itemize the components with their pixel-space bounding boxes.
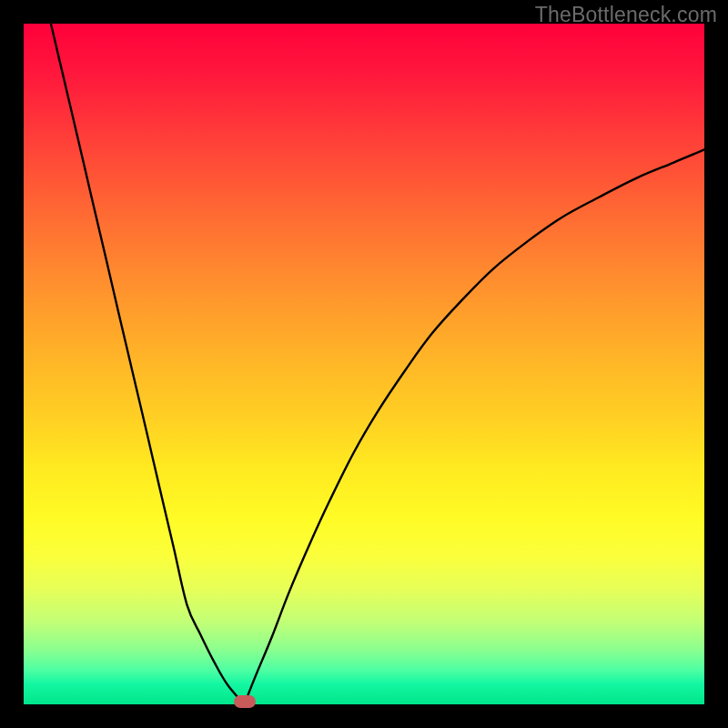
curve-right-branch bbox=[245, 149, 705, 704]
plot-area bbox=[24, 24, 704, 704]
watermark-text: TheBottleneck.com bbox=[535, 3, 717, 27]
bottleneck-curve bbox=[24, 24, 704, 704]
curve-left-branch bbox=[51, 24, 245, 704]
min-point-marker bbox=[234, 695, 256, 708]
